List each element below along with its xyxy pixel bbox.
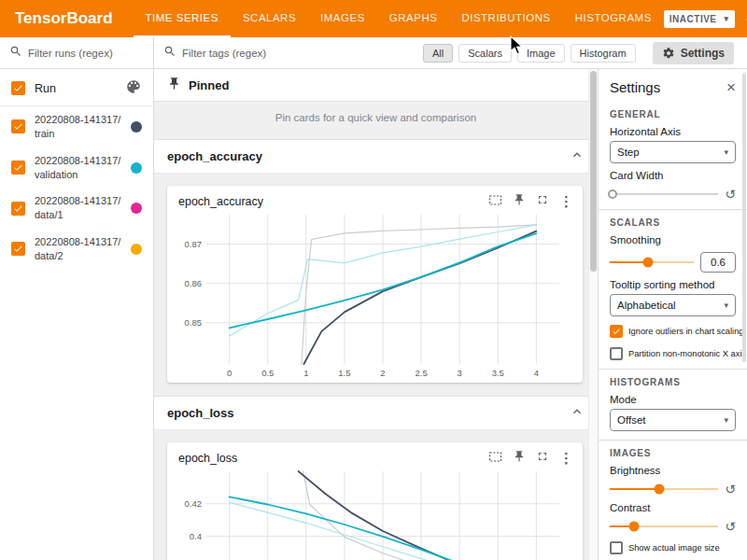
settings-title: Settings	[610, 79, 660, 95]
chevron-up-icon[interactable]	[570, 147, 585, 165]
fullscreen-icon[interactable]	[536, 450, 549, 466]
histograms-heading: HISTOGRAMS	[610, 377, 736, 387]
run-checkbox[interactable]	[11, 119, 25, 133]
run-row[interactable]: 20220808-141317/data/1	[0, 188, 153, 229]
svg-text:0.4: 0.4	[190, 531, 202, 541]
svg-text:1: 1	[303, 368, 308, 378]
slider-thumb[interactable]	[628, 522, 639, 532]
settings-scrollbar-thumb[interactable]	[742, 73, 746, 362]
svg-text:0.86: 0.86	[185, 278, 203, 288]
filter-chip-scalars[interactable]: Scalars	[458, 44, 512, 63]
svg-text:1.5: 1.5	[338, 368, 350, 378]
tab-distributions[interactable]: DISTRIBUTIONS	[449, 0, 562, 37]
more-options-icon[interactable]: ⋮	[559, 451, 573, 465]
smoothing-slider[interactable]	[610, 257, 694, 268]
ignore-outliers-label: Ignore outliers in chart scaling	[628, 327, 744, 336]
section-header-epoch-loss[interactable]: epoch_loss	[154, 396, 598, 430]
svg-text:0: 0	[227, 368, 232, 378]
slider-thumb[interactable]	[642, 258, 653, 268]
close-icon[interactable]: ×	[726, 79, 736, 95]
filter-chip-image[interactable]: Image	[517, 44, 565, 63]
run-row[interactable]: 20220808-141317/validation	[0, 147, 153, 189]
run-color-dot	[131, 121, 142, 133]
reset-icon[interactable]: ↺	[725, 520, 736, 533]
card-actions: ⋮	[488, 450, 573, 466]
tab-scalars[interactable]: SCALARS	[231, 0, 308, 37]
brightness-label: Brightness	[610, 465, 736, 476]
svg-text:3: 3	[458, 368, 462, 378]
partition-x-row[interactable]: Partition non-monotonic X axis	[610, 346, 736, 360]
settings-button[interactable]: Settings	[653, 42, 734, 64]
settings-button-label: Settings	[681, 47, 725, 60]
run-row[interactable]: 20220808-141317/train	[0, 106, 153, 147]
svg-text:0.42: 0.42	[185, 498, 203, 509]
run-checkbox[interactable]	[11, 202, 25, 216]
reset-icon[interactable]: ↺	[725, 483, 736, 496]
tooltip-sorting-label: Tooltip sorting method	[610, 279, 736, 290]
card-title: epoch_accuracy	[178, 195, 263, 208]
main-scrollbar-thumb[interactable]	[590, 71, 597, 272]
filter-chip-histogram[interactable]: Histogram	[571, 44, 636, 63]
smoothing-label: Smoothing	[610, 234, 736, 245]
section-title: epoch_accuracy	[167, 149, 262, 163]
main-scrollbar[interactable]	[588, 69, 598, 560]
histogram-mode-label: Mode	[610, 394, 736, 405]
filter-chip-all[interactable]: All	[423, 44, 453, 63]
app-header: TensorBoard TIME SERIES SCALARS IMAGES G…	[0, 0, 747, 37]
scalar-card-epoch-accuracy: epoch_accuracy ⋮	[167, 186, 583, 383]
card-width-slider[interactable]	[610, 189, 718, 200]
show-actual-size-checkbox[interactable]	[610, 541, 623, 554]
chevron-down-icon: ▾	[725, 14, 729, 23]
horizontal-axis-select[interactable]: Step ▾	[610, 141, 736, 163]
tab-time-series[interactable]: TIME SERIES	[134, 0, 231, 37]
pin-icon[interactable]	[513, 450, 526, 466]
ignore-outliers-checkbox[interactable]	[610, 325, 623, 338]
search-icon	[163, 45, 176, 61]
runs-column-header: Run	[35, 82, 116, 95]
chevron-up-icon[interactable]	[570, 404, 585, 422]
reload-status-dropdown[interactable]: INACTIVE ▾	[664, 10, 735, 28]
section-header-epoch-accuracy[interactable]: epoch_accuracy	[154, 139, 598, 174]
smoothing-input[interactable]	[700, 252, 736, 273]
run-checkbox[interactable]	[11, 161, 25, 175]
tab-histograms[interactable]: HISTOGRAMS	[563, 0, 664, 37]
reset-icon[interactable]: ↺	[725, 188, 736, 201]
run-label: 20220808-141317/train	[35, 113, 121, 141]
section-title: epoch_loss	[167, 406, 234, 420]
epoch-loss-chart[interactable]: 00.511.522.533.540.360.380.40.42	[169, 466, 571, 560]
run-label: 20220808-141317/validation	[35, 154, 121, 182]
settings-scrollbar[interactable]	[741, 69, 747, 560]
palette-icon[interactable]	[125, 78, 142, 98]
select-all-runs-checkbox[interactable]	[11, 81, 25, 95]
ignore-outliers-row[interactable]: Ignore outliers in chart scaling	[610, 325, 736, 338]
settings-panel: Settings × GENERAL Horizontal Axis Step …	[598, 69, 747, 560]
slider-thumb[interactable]	[608, 189, 617, 199]
svg-text:3.5: 3.5	[492, 368, 504, 378]
tab-images[interactable]: IMAGES	[308, 0, 377, 37]
brightness-slider[interactable]	[610, 483, 718, 495]
pin-icon[interactable]	[513, 193, 526, 209]
tab-graphs[interactable]: GRAPHS	[377, 0, 450, 37]
fullscreen-icon[interactable]	[536, 193, 549, 209]
fit-to-data-icon[interactable]	[488, 451, 502, 466]
run-checkbox[interactable]	[11, 242, 25, 256]
main-nav: TIME SERIES SCALARS IMAGES GRAPHS DISTRI…	[134, 0, 664, 37]
partition-x-checkbox[interactable]	[610, 347, 623, 360]
cards-scroll-area: Pinned Pin cards for a quick view and co…	[154, 69, 598, 560]
contrast-slider[interactable]	[610, 521, 718, 532]
more-options-icon[interactable]: ⋮	[559, 194, 573, 208]
runs-filter-input[interactable]	[28, 48, 144, 59]
slider-thumb[interactable]	[655, 484, 665, 495]
svg-text:0.87: 0.87	[185, 239, 203, 249]
run-label: 20220808-141317/data/1	[35, 194, 121, 222]
card-width-label: Card Width	[610, 170, 736, 181]
scalar-card-epoch-loss: epoch_loss ⋮	[167, 442, 583, 560]
tooltip-sorting-select[interactable]: Alphabetical ▾	[610, 294, 736, 316]
fit-to-data-icon[interactable]	[488, 194, 502, 209]
histogram-mode-select[interactable]: Offset ▾	[610, 409, 736, 431]
tag-filter-input[interactable]	[182, 48, 417, 59]
show-actual-size-row[interactable]: Show actual image size	[610, 541, 736, 554]
epoch-accuracy-chart[interactable]: 00.511.522.533.540.850.860.87	[169, 209, 571, 383]
scalars-heading: SCALARS	[610, 217, 736, 228]
run-row[interactable]: 20220808-141317/data/2	[0, 229, 153, 270]
